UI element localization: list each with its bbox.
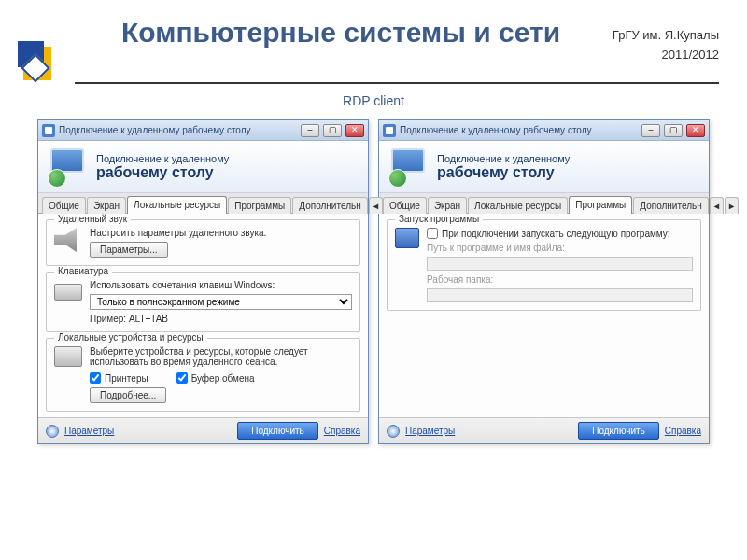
- rdp-icon: [48, 147, 89, 188]
- more-devices-button[interactable]: Подробнее...: [90, 387, 166, 403]
- options-icon: [46, 425, 59, 438]
- working-folder-label: Рабочая папка:: [427, 274, 693, 285]
- banner: Подключение к удаленному рабочему столу: [38, 141, 368, 193]
- program-path-input: [427, 257, 693, 271]
- titlebar[interactable]: Подключение к удаленному рабочему столу …: [379, 120, 709, 141]
- bottom-bar: Параметры Подключить Справка: [38, 417, 368, 443]
- system-icon: [383, 124, 396, 137]
- tabstrip: Общие Экран Локальные ресурсы Программы …: [379, 193, 709, 214]
- banner: Подключение к удаленному рабочему столу: [379, 141, 709, 193]
- tabstrip: Общие Экран Локальные ресурсы Программы …: [38, 193, 368, 214]
- minimize-button[interactable]: –: [641, 124, 660, 137]
- slide-divider: [75, 82, 719, 84]
- connect-button[interactable]: Подключить: [578, 422, 659, 440]
- slide-year: 2011/2012: [613, 46, 719, 65]
- start-program-checkbox-input[interactable]: [427, 228, 438, 239]
- tab-programs[interactable]: Программы: [569, 196, 632, 214]
- banner-line2: рабочему столу: [437, 164, 570, 181]
- tab-scroll-right[interactable]: ▸: [725, 197, 739, 214]
- slide-org: ГрГУ им. Я.Купалы: [613, 26, 719, 46]
- working-folder-input: [427, 288, 693, 302]
- connect-button[interactable]: Подключить: [237, 422, 318, 440]
- keyboard-mode-select[interactable]: Только в полноэкранном режиме: [90, 294, 352, 310]
- options-icon: [387, 425, 400, 438]
- tab-advanced[interactable]: Дополнительн: [633, 197, 708, 214]
- keyboard-example: Пример: ALT+TAB: [90, 314, 352, 324]
- banner-line2: рабочему столу: [96, 164, 229, 181]
- audio-desc: Настроить параметры удаленного звука.: [90, 228, 352, 238]
- maximize-button[interactable]: ▢: [323, 124, 342, 137]
- slide-subtitle: RDP client: [0, 93, 747, 108]
- rdp-window-local-resources: Подключение к удаленному рабочему столу …: [37, 119, 369, 444]
- tabpage-local-resources: Удаленный звук Настроить параметры удале…: [38, 214, 368, 417]
- options-link[interactable]: Параметры: [64, 426, 114, 436]
- titlebar[interactable]: Подключение к удаленному рабочему столу …: [38, 120, 368, 141]
- tab-display[interactable]: Экран: [428, 197, 467, 214]
- start-program-checkbox[interactable]: При подключении запускать следующую прог…: [427, 228, 693, 239]
- program-icon: [395, 228, 419, 248]
- tab-display[interactable]: Экран: [87, 197, 126, 214]
- tab-scroll-left[interactable]: ◂: [369, 197, 383, 214]
- speaker-icon: [54, 228, 82, 252]
- rdp-window-programs: Подключение к удаленному рабочему столу …: [378, 119, 710, 444]
- printers-checkbox[interactable]: Принтеры: [90, 372, 148, 384]
- clipboard-checkbox[interactable]: Буфер обмена: [176, 372, 255, 384]
- printers-checkbox-input[interactable]: [90, 372, 101, 384]
- group-title-devices: Локальные устройства и ресурсы: [54, 332, 207, 343]
- close-button[interactable]: ✕: [345, 124, 364, 137]
- slide-title: Компьютерные системы и сети: [121, 17, 560, 48]
- tab-scroll-left[interactable]: ◂: [710, 197, 724, 214]
- banner-line1: Подключение к удаленному: [96, 153, 229, 164]
- printer-icon: [54, 346, 82, 367]
- help-link[interactable]: Справка: [665, 426, 701, 436]
- slide-meta: ГрГУ им. Я.Купалы 2011/2012: [613, 26, 719, 65]
- keyboard-icon: [54, 284, 82, 301]
- group-title-keyboard: Клавиатура: [54, 266, 112, 276]
- window-title: Подключение к удаленному рабочему столу: [59, 125, 297, 135]
- slide-logo: [14, 37, 70, 93]
- group-local-devices: Локальные устройства и ресурсы Выберите …: [46, 338, 360, 412]
- tabpage-programs: Запуск программы При подключении запуска…: [379, 214, 709, 417]
- keyboard-desc: Использовать сочетания клавиш Windows:: [90, 280, 352, 290]
- help-link[interactable]: Справка: [324, 426, 360, 436]
- group-start-program: Запуск программы При подключении запуска…: [387, 219, 701, 311]
- tab-general[interactable]: Общие: [383, 197, 427, 214]
- tab-general[interactable]: Общие: [42, 197, 86, 214]
- program-path-label: Путь к программе и имя файла:: [427, 243, 693, 253]
- bottom-bar: Параметры Подключить Справка: [379, 417, 709, 443]
- group-title-audio: Удаленный звук: [54, 214, 131, 224]
- minimize-button[interactable]: –: [301, 124, 319, 137]
- tab-advanced[interactable]: Дополнительн: [292, 197, 367, 214]
- tab-programs[interactable]: Программы: [228, 197, 291, 214]
- group-keyboard: Клавиатура Использовать сочетания клавиш…: [46, 272, 360, 332]
- group-title-programs: Запуск программы: [395, 214, 483, 224]
- banner-line1: Подключение к удаленному: [437, 153, 570, 164]
- system-icon: [42, 124, 55, 137]
- maximize-button[interactable]: ▢: [664, 124, 683, 137]
- options-link[interactable]: Параметры: [405, 426, 455, 436]
- group-remote-audio: Удаленный звук Настроить параметры удале…: [46, 219, 360, 266]
- rdp-icon: [388, 147, 430, 188]
- window-title: Подключение к удаленному рабочему столу: [400, 125, 638, 135]
- audio-settings-button[interactable]: Параметры...: [90, 242, 168, 258]
- devices-desc: Выберите устройства и ресурсы, которые с…: [90, 346, 352, 367]
- tab-local-resources[interactable]: Локальные ресурсы: [468, 197, 568, 214]
- close-button[interactable]: ✕: [686, 124, 705, 137]
- tab-local-resources[interactable]: Локальные ресурсы: [127, 196, 227, 214]
- clipboard-checkbox-input[interactable]: [176, 372, 188, 384]
